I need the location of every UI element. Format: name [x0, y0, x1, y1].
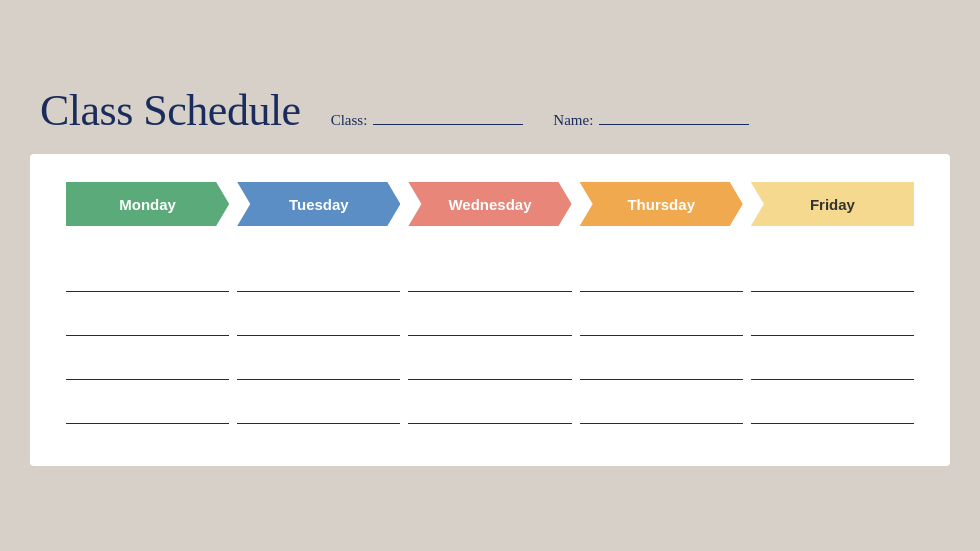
day-wednesday: Wednesday: [408, 182, 571, 226]
line-mon-4[interactable]: [66, 404, 229, 424]
line-tue-2[interactable]: [237, 316, 400, 336]
line-fri-4[interactable]: [751, 404, 914, 424]
line-fri-1[interactable]: [751, 272, 914, 292]
line-tue-3[interactable]: [237, 360, 400, 380]
line-tue-4[interactable]: [237, 404, 400, 424]
line-fri-3[interactable]: [751, 360, 914, 380]
line-wed-1[interactable]: [408, 272, 571, 292]
schedule-card: Monday Tuesday Wednesday Thursday Friday: [30, 154, 950, 466]
header: Class Schedule Class: Name:: [30, 85, 950, 136]
schedule-row-4: [66, 386, 914, 430]
line-thu-4[interactable]: [580, 404, 743, 424]
schedule-row-1: [66, 254, 914, 298]
line-wed-4[interactable]: [408, 404, 571, 424]
schedule-row-3: [66, 342, 914, 386]
class-field-group: Class:: [331, 109, 524, 129]
day-monday: Monday: [66, 182, 229, 226]
line-wed-2[interactable]: [408, 316, 571, 336]
day-friday: Friday: [751, 182, 914, 226]
days-row: Monday Tuesday Wednesday Thursday Friday: [66, 182, 914, 226]
line-thu-2[interactable]: [580, 316, 743, 336]
name-input-line[interactable]: [599, 109, 749, 125]
name-field-group: Name:: [553, 109, 749, 129]
line-fri-2[interactable]: [751, 316, 914, 336]
class-label: Class:: [331, 112, 368, 129]
line-thu-1[interactable]: [580, 272, 743, 292]
header-fields: Class: Name:: [331, 109, 750, 129]
schedule-lines: [66, 254, 914, 430]
line-thu-3[interactable]: [580, 360, 743, 380]
line-tue-1[interactable]: [237, 272, 400, 292]
day-tuesday: Tuesday: [237, 182, 400, 226]
line-mon-3[interactable]: [66, 360, 229, 380]
line-wed-3[interactable]: [408, 360, 571, 380]
line-mon-1[interactable]: [66, 272, 229, 292]
schedule-row-2: [66, 298, 914, 342]
line-mon-2[interactable]: [66, 316, 229, 336]
class-input-line[interactable]: [373, 109, 523, 125]
name-label: Name:: [553, 112, 593, 129]
page-title: Class Schedule: [40, 85, 301, 136]
day-thursday: Thursday: [580, 182, 743, 226]
page-container: Class Schedule Class: Name: Monday Tuesd…: [30, 85, 950, 466]
